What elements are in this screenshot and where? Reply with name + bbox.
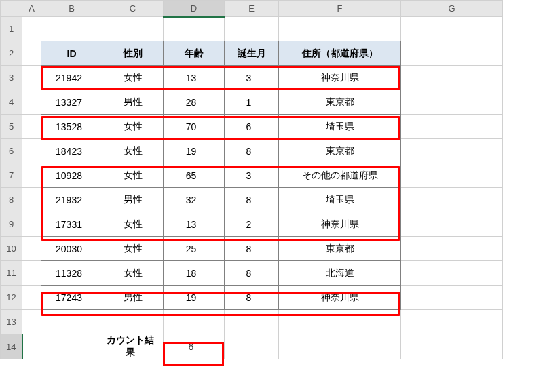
cell[interactable] [102,310,164,334]
cell[interactable] [401,334,503,359]
table-cell[interactable]: 8 [225,237,279,261]
col-header-E[interactable]: E [225,1,279,17]
row-header-4[interactable]: 4 [1,90,22,115]
col-header-D[interactable]: D [164,1,225,17]
cell[interactable] [401,163,503,188]
row-header-8[interactable]: 8 [1,188,22,212]
row-header-9[interactable]: 9 [1,212,22,237]
table-cell[interactable]: 18423 [41,139,102,163]
table-cell[interactable]: 男性 [102,188,164,212]
table-cell[interactable]: 19 [164,139,225,163]
table-cell[interactable]: 65 [164,163,225,188]
result-label[interactable]: カウント結果 [102,334,164,359]
cell[interactable] [22,212,41,237]
table-cell[interactable]: 女性 [102,66,164,90]
cell[interactable] [401,17,503,41]
row-header-12[interactable]: 12 [1,286,22,310]
table-cell[interactable]: 8 [225,261,279,286]
cell[interactable] [22,41,41,66]
cell[interactable] [22,90,41,115]
table-cell[interactable]: 8 [225,286,279,310]
table-cell[interactable]: 東京都 [279,237,401,261]
cell[interactable] [22,139,41,163]
cell[interactable] [22,17,41,41]
cell[interactable] [401,139,503,163]
row-header-14[interactable]: 14 [1,334,22,359]
table-cell[interactable]: 6 [225,115,279,139]
table-cell[interactable]: 女性 [102,139,164,163]
row-header-10[interactable]: 10 [1,237,22,261]
cell[interactable] [225,334,279,359]
table-cell[interactable]: 女性 [102,163,164,188]
table-cell[interactable]: 18 [164,261,225,286]
table-cell[interactable]: 17331 [41,212,102,237]
col-header-A[interactable]: A [22,1,41,17]
cell[interactable] [225,17,279,41]
result-value-cell[interactable]: 6 [164,334,225,359]
cell[interactable] [401,188,503,212]
row-header-13[interactable]: 13 [1,310,22,334]
cell[interactable] [401,212,503,237]
cell[interactable] [401,286,503,310]
table-cell[interactable]: 3 [225,163,279,188]
cell[interactable] [164,310,225,334]
table-cell[interactable]: 神奈川県 [279,286,401,310]
table-cell[interactable]: 19 [164,286,225,310]
row-header-1[interactable]: 1 [1,17,22,41]
select-all-corner[interactable] [1,1,22,17]
table-cell[interactable]: 女性 [102,212,164,237]
cell[interactable] [22,334,41,359]
table-cell[interactable]: 神奈川県 [279,212,401,237]
cell[interactable] [102,17,164,41]
table-cell[interactable]: 女性 [102,237,164,261]
row-header-5[interactable]: 5 [1,115,22,139]
table-cell[interactable]: 21932 [41,188,102,212]
cell[interactable] [279,334,401,359]
table-cell[interactable]: 13 [164,66,225,90]
table-cell[interactable]: 13528 [41,115,102,139]
col-header-G[interactable]: G [401,1,503,17]
table-cell[interactable]: 21942 [41,66,102,90]
col-header-C[interactable]: C [102,1,164,17]
table-cell[interactable]: 埼玉県 [279,188,401,212]
table-cell[interactable]: 28 [164,90,225,115]
table-cell[interactable]: 女性 [102,261,164,286]
table-cell[interactable]: 1 [225,90,279,115]
table-cell[interactable]: 8 [225,139,279,163]
cell[interactable] [41,334,102,359]
table-cell[interactable]: 東京都 [279,139,401,163]
table-header-id[interactable]: ID [41,41,102,66]
cell[interactable] [41,310,102,334]
cell[interactable] [401,41,503,66]
table-cell[interactable]: 神奈川県 [279,66,401,90]
table-header-birth-month[interactable]: 誕生月 [225,41,279,66]
cell[interactable] [279,17,401,41]
spreadsheet-grid[interactable]: A B C D E F G 1 2 ID 性別 年齢 誕生月 住所（都道府県） … [0,0,503,359]
cell[interactable] [22,66,41,90]
cell[interactable] [22,286,41,310]
table-cell[interactable]: 8 [225,188,279,212]
table-cell[interactable]: 2 [225,212,279,237]
table-cell[interactable]: 北海道 [279,261,401,286]
table-cell[interactable]: 埼玉県 [279,115,401,139]
cell[interactable] [22,310,41,334]
table-cell[interactable]: 3 [225,66,279,90]
table-header-gender[interactable]: 性別 [102,41,164,66]
table-cell[interactable]: 東京都 [279,90,401,115]
cell[interactable] [401,90,503,115]
cell[interactable] [279,310,401,334]
table-cell[interactable]: その他の都道府県 [279,163,401,188]
table-cell[interactable]: 11328 [41,261,102,286]
table-header-age[interactable]: 年齢 [164,41,225,66]
row-header-6[interactable]: 6 [1,139,22,163]
table-cell[interactable]: 17243 [41,286,102,310]
row-header-7[interactable]: 7 [1,163,22,188]
table-cell[interactable]: 10928 [41,163,102,188]
cell[interactable] [22,188,41,212]
table-cell[interactable]: 70 [164,115,225,139]
cell[interactable] [22,237,41,261]
table-cell[interactable]: 13327 [41,90,102,115]
cell[interactable] [164,17,225,41]
row-header-2[interactable]: 2 [1,41,22,66]
table-cell[interactable]: 20030 [41,237,102,261]
